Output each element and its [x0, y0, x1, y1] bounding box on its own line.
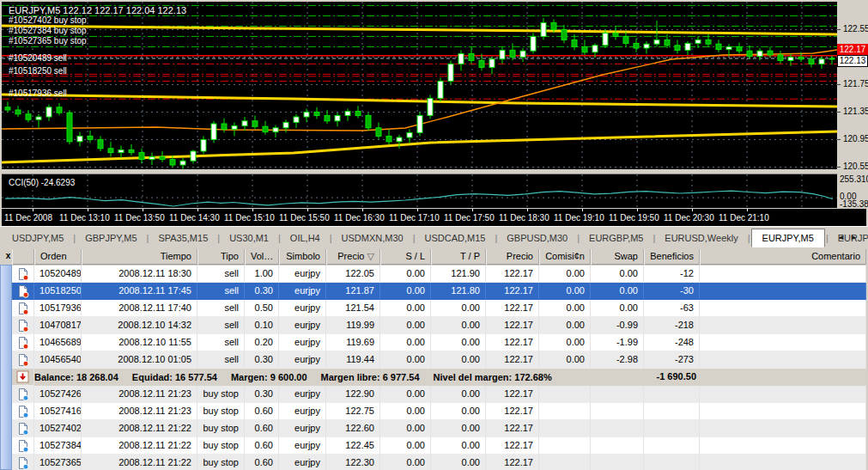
- cell-profit: -12: [644, 266, 700, 283]
- price-axis-label: 120.55: [843, 162, 868, 171]
- price-axis[interactable]: 122.17 122.13 122.55121.75121.35120.9512…: [837, 2, 868, 209]
- column-header-type[interactable]: Tipo: [197, 249, 245, 265]
- column-header-comment[interactable]: Comentario: [700, 249, 866, 265]
- order-row-10517936[interactable]: 105179362008.12.11 17:40sell0.50eurjpy12…: [12, 300, 866, 317]
- cell-time: 2008.12.11 21:22: [82, 420, 197, 437]
- column-header-tp[interactable]: T / P: [431, 249, 486, 265]
- cell-comment: [700, 317, 866, 334]
- chart-tab-usdcad-m15[interactable]: USDCAD,M15: [416, 229, 495, 247]
- cell-time: 2008.12.11 17:40: [82, 300, 197, 317]
- column-header-profit[interactable]: Beneficios: [644, 249, 700, 265]
- cell-price: 122.30: [326, 455, 380, 470]
- column-header-time[interactable]: Tiempo: [82, 249, 197, 265]
- cell-order: 10518250: [34, 283, 82, 300]
- order-row-10527402[interactable]: 105274022008.12.11 21:22buy stop0.60eurj…: [12, 420, 866, 437]
- column-header-volume[interactable]: Vol…: [245, 249, 279, 265]
- cci-axis-label: 255.310: [840, 174, 868, 184]
- time-axis-label: 11 Dec 13:50: [114, 213, 165, 223]
- column-header-sl[interactable]: S / L: [380, 249, 431, 265]
- time-axis[interactable]: 11 Dec 200811 Dec 13:1011 Dec 13:5011 De…: [2, 209, 866, 226]
- cell-sl: 0.00: [380, 351, 431, 369]
- cell-volume: 0.60: [245, 403, 279, 420]
- order-row-10456540[interactable]: 104565402008.12.10 01:05sell0.30eurjpy11…: [12, 351, 866, 369]
- chart-tab-gbpjpy-m5[interactable]: GBPJPY,M5: [76, 229, 145, 247]
- candlesticks: [5, 18, 835, 169]
- cell-sl: 0.00: [380, 283, 431, 300]
- cell-volume: 0.60: [245, 455, 279, 470]
- cell-symbol: eurjpy: [279, 403, 326, 420]
- pending-order-icon: [16, 388, 30, 401]
- order-row-10465689[interactable]: 104656892008.12.10 11:55sell0.20eurjpy11…: [12, 334, 866, 351]
- cell-comment: [700, 351, 866, 369]
- cell-swap: 0.00: [591, 300, 644, 317]
- cell-symbol: eurjpy: [279, 386, 326, 403]
- cell-commission: 0.00: [539, 351, 591, 369]
- pending-order-icon: [16, 456, 30, 470]
- cell-price2: 122.17: [486, 300, 539, 317]
- order-line-label: #10527384 buy stop: [9, 26, 87, 35]
- cell-price: 121.54: [326, 300, 380, 317]
- cell-order: 10527384: [34, 437, 82, 455]
- column-header-order[interactable]: Orden: [34, 249, 82, 265]
- chart-tab-eurjpy-m5[interactable]: EURJPY,M5: [751, 229, 825, 247]
- floating-profit: -1 690.50: [646, 369, 701, 386]
- cell-price: 122.60: [326, 420, 380, 437]
- time-tick: [362, 209, 363, 211]
- chart-tab-bar: USDJPY,M5|GBPJPY,M5|SPA35,M15|US30,M1|OI…: [0, 226, 868, 249]
- chart-tab-gbpusd-m30[interactable]: GBPUSD,M30: [498, 229, 576, 247]
- cell-sl: 0.00: [380, 403, 431, 420]
- bid-price-label: 122.13: [837, 55, 868, 67]
- order-row-10527365[interactable]: 105273652008.12.11 21:22buy stop0.60eurj…: [12, 455, 866, 470]
- time-tick: [88, 209, 88, 211]
- tab-scroll-arrows[interactable]: ◄►: [837, 233, 863, 241]
- order-row-10527426[interactable]: 105274262008.12.11 21:23buy stop0.30eurj…: [12, 386, 866, 403]
- cell-volume: 0.20: [245, 334, 279, 351]
- chart-tab-oil-h4[interactable]: OIL,H4: [282, 229, 329, 247]
- cell-commission: 0.00: [539, 300, 591, 317]
- cell-comment: [700, 266, 866, 283]
- time-axis-label: 11 Dec 14:30: [169, 213, 220, 223]
- balance-row[interactable]: Balance: 18 268.04Equidad: 16 577.54Marg…: [12, 369, 866, 386]
- cell-swap: 0.00: [591, 266, 644, 283]
- column-header-symbol[interactable]: Simbolo: [279, 249, 326, 265]
- cell-price2: 122.17: [486, 351, 539, 369]
- chart-tab-usdjpy-m5[interactable]: USDJPY,M5: [3, 229, 72, 247]
- cell-commission: [539, 437, 591, 455]
- cell-price2: 122.17: [486, 317, 539, 334]
- chart-tab-us30-m1[interactable]: US30,M1: [221, 229, 277, 247]
- orders-table-header: OrdenTiempoTipoVol…SimboloPrecio ▽S / LT…: [12, 249, 866, 265]
- column-header-price[interactable]: Precio ▽: [326, 249, 380, 265]
- time-tick: [197, 209, 198, 211]
- cell-tp: 0.00: [431, 437, 486, 455]
- cell-price: 122.45: [326, 437, 380, 455]
- order-line-label: #10518250 sell: [9, 66, 67, 76]
- order-row-10520489[interactable]: 105204892008.12.11 18:30sell1.00eurjpy12…: [12, 266, 866, 283]
- column-header-commission[interactable]: Comisi¢n: [539, 249, 591, 265]
- order-row-10518250[interactable]: 105182502008.12.11 17:45sell0.30eurjpy12…: [12, 283, 866, 300]
- chart-tab-spa35-m15[interactable]: SPA35,M15: [149, 229, 216, 247]
- orders-table-body: 105204892008.12.11 18:30sell1.00eurjpy12…: [12, 266, 866, 470]
- terminal-caption-strip[interactable]: Terminal: [0, 265, 12, 470]
- order-row-10527384[interactable]: 105273842008.12.11 21:22buy stop0.60eurj…: [12, 437, 866, 455]
- cell-symbol: eurjpy: [279, 437, 326, 455]
- column-header-price2[interactable]: Precio: [486, 249, 539, 265]
- cell-swap: -2.98: [591, 351, 644, 369]
- cell-tp: 0.00: [431, 386, 486, 403]
- cell-order: 10465689: [34, 334, 82, 351]
- tab-scroll-right-icon[interactable]: ►: [850, 233, 863, 241]
- price-axis-label: 121.35: [843, 107, 868, 116]
- order-row-10470817[interactable]: 104708172008.12.10 14:32sell0.10eurjpy11…: [12, 317, 866, 334]
- cell-order: 10517936: [34, 300, 82, 317]
- column-header-swap[interactable]: Swap: [591, 249, 644, 265]
- cell-profit: [644, 437, 700, 455]
- tab-scroll-left-icon[interactable]: ◄: [837, 233, 850, 241]
- chart-tab-usdmxn-m30[interactable]: USDMXN,M30: [333, 229, 412, 247]
- cci-indicator-pane[interactable]: CCI(50) -24.6293: [2, 174, 837, 208]
- price-chart[interactable]: EURJPY,M5 122.12 122.17 122.04 122.13 #1…: [2, 2, 837, 169]
- chart-tab-eurgbp-m5[interactable]: EURGBP,M5: [580, 229, 652, 247]
- cell-type: sell: [197, 317, 245, 334]
- balance-icon: [16, 370, 29, 383]
- chart-tab-eurusd-weekly[interactable]: EURUSD,Weekly: [656, 229, 746, 247]
- cell-sl: 0.00: [380, 386, 431, 403]
- order-row-10527416[interactable]: 105274162008.12.11 21:23buy stop0.60eurj…: [12, 403, 866, 420]
